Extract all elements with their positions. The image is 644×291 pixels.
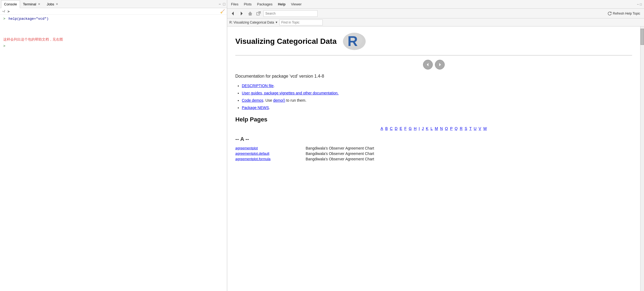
back-button[interactable] [229, 11, 236, 16]
open-external-button[interactable] [255, 11, 262, 16]
alpha-W[interactable]: W [483, 126, 487, 131]
link-demos[interactable]: Code demos [242, 98, 263, 102]
tab-terminal-label: Terminal [23, 2, 36, 6]
find-topic-input[interactable] [279, 19, 323, 25]
console-output-area: 这样会列出这个包的帮助文档，见右图 [3, 37, 224, 42]
left-panel: Console Terminal ✕ Jobs ✕ − □ ~/ ➤ [0, 0, 227, 291]
help-entries: agreementplot Bangdiwala's Observer Agre… [235, 146, 632, 162]
news-suffix: . [269, 105, 270, 110]
alpha-T[interactable]: T [469, 126, 472, 131]
alpha-F[interactable]: F [404, 126, 407, 131]
tab-packages[interactable]: Packages [255, 2, 274, 7]
tab-help[interactable]: Help [276, 2, 287, 7]
suffix-1: . [273, 84, 275, 88]
link-demo-func[interactable]: demo() [273, 98, 285, 102]
help-links-list: DESCRIPTION file. User guides, package v… [235, 83, 632, 111]
refresh-label: Refresh Help Topic [613, 12, 640, 15]
package-dropdown-icon: ▼ [275, 21, 278, 24]
help-main-title: Visualizing Categorical Data [235, 37, 337, 46]
alpha-J[interactable]: J [422, 126, 424, 131]
doc-description: Documentation for package ‘vcd’ version … [235, 74, 632, 79]
tab-jobs-label: Jobs [47, 2, 54, 6]
alpha-G[interactable]: G [409, 126, 412, 131]
entry-link-agreementplot: agreementplot [235, 146, 306, 151]
tab-plots[interactable]: Plots [242, 2, 253, 7]
list-item-news: Package NEWS. [242, 105, 632, 111]
tab-viewer[interactable]: Viewer [289, 2, 303, 7]
alpha-U[interactable]: U [474, 126, 477, 131]
alpha-C[interactable]: C [390, 126, 392, 131]
alpha-E[interactable]: E [399, 126, 402, 131]
help-header: Visualizing Categorical Data R [235, 32, 632, 51]
package-label: R: Visualizing Categorical Data [229, 21, 274, 24]
tab-jobs[interactable]: Jobs ✕ [44, 0, 62, 8]
table-row: agreementplot Bangdiwala's Observer Agre… [235, 146, 632, 151]
minimize-button[interactable]: − [218, 1, 221, 7]
svg-marker-1 [241, 12, 243, 15]
home-button[interactable] [247, 11, 254, 16]
r-logo: R [342, 32, 366, 51]
link-description[interactable]: DESCRIPTION file [242, 84, 273, 88]
alpha-S[interactable]: S [465, 126, 467, 131]
link-guides[interactable]: User guides, package vignettes and other… [242, 91, 339, 95]
next-arrow-icon [438, 62, 442, 67]
tab-terminal-close[interactable]: ✕ [37, 2, 41, 6]
link-agreementplot-default[interactable]: agreementplot.default [235, 151, 269, 156]
tab-console[interactable]: Console [1, 0, 20, 8]
alpha-I[interactable]: I [419, 126, 420, 131]
help-pages-title: Help Pages [235, 116, 632, 123]
console-clear-button[interactable]: 🧹 [220, 9, 225, 14]
help-search-input[interactable] [263, 10, 318, 17]
right-maximize-button[interactable]: □ [640, 2, 642, 6]
console-output-chinese: 这样会列出这个包的帮助文档，见右图 [3, 38, 63, 42]
right-scrollbar[interactable] [640, 27, 644, 291]
alpha-P[interactable]: P [450, 126, 453, 131]
next-arrow[interactable] [435, 60, 445, 70]
console-prompt-2: > [3, 44, 5, 48]
alpha-B[interactable]: B [385, 126, 388, 131]
link-news[interactable]: Package NEWS [242, 105, 269, 110]
scrollbar-thumb[interactable] [640, 29, 644, 45]
console-content: > help(package="vcd") 这样会列出这个包的帮助文档，见右图 … [0, 15, 227, 291]
tab-terminal[interactable]: Terminal ✕ [20, 0, 44, 8]
forward-button[interactable] [238, 11, 245, 16]
alpha-A[interactable]: A [381, 126, 383, 131]
package-selector[interactable]: R: Visualizing Categorical Data ▼ [229, 21, 278, 24]
prev-arrow[interactable] [423, 60, 433, 70]
home-arrow-icon: ➤ [7, 9, 10, 14]
alpha-R[interactable]: R [460, 126, 463, 131]
refresh-button[interactable]: Refresh Help Topic [606, 11, 642, 16]
console-command-1: help(package="vcd") [6, 17, 49, 21]
entry-link-agreementplot-formula: agreementplot.formula [235, 156, 306, 162]
alpha-O[interactable]: O [445, 126, 448, 131]
alpha-L[interactable]: L [431, 126, 433, 131]
tab-console-label: Console [4, 2, 17, 6]
right-top-toolbar: Files Plots Packages Help Viewer − □ [227, 0, 644, 9]
alpha-V[interactable]: V [479, 126, 481, 131]
alpha-H[interactable]: H [414, 126, 417, 131]
app-container: Console Terminal ✕ Jobs ✕ − □ ~/ ➤ [0, 0, 644, 291]
table-row: agreementplot.formula Bangdiwala's Obser… [235, 156, 632, 162]
tab-files[interactable]: Files [229, 2, 240, 7]
alpha-Q[interactable]: Q [455, 126, 458, 131]
table-row: agreementplot.default Bangdiwala's Obser… [235, 151, 632, 156]
tab-jobs-close[interactable]: ✕ [55, 2, 59, 6]
alpha-K[interactable]: K [426, 126, 428, 131]
alphabet-nav: A B C D E F G H I J K L M N O [235, 126, 632, 131]
link-agreementplot[interactable]: agreementplot [235, 146, 258, 150]
alpha-N[interactable]: N [440, 126, 443, 131]
console-line-1: > help(package="vcd") [3, 17, 224, 21]
entry-desc-agreementplot: Bangdiwala's Observer Agreement Chart [306, 146, 632, 151]
entry-desc-agreementplot-formula: Bangdiwala's Observer Agreement Chart [306, 156, 632, 162]
help-nav-bar: R: Visualizing Categorical Data ▼ [227, 18, 644, 27]
main-area: Console Terminal ✕ Jobs ✕ − □ ~/ ➤ [0, 0, 644, 291]
maximize-button[interactable]: □ [223, 1, 226, 7]
link-agreementplot-formula[interactable]: agreementplot.formula [235, 157, 270, 161]
svg-marker-0 [232, 12, 234, 15]
right-minimize-button[interactable]: − [637, 2, 639, 6]
alpha-M[interactable]: M [435, 126, 438, 131]
list-item-guides: User guides, package vignettes and other… [242, 90, 632, 96]
alpha-D[interactable]: D [395, 126, 397, 131]
svg-marker-10 [439, 63, 441, 66]
console-line-3: > [3, 44, 224, 48]
